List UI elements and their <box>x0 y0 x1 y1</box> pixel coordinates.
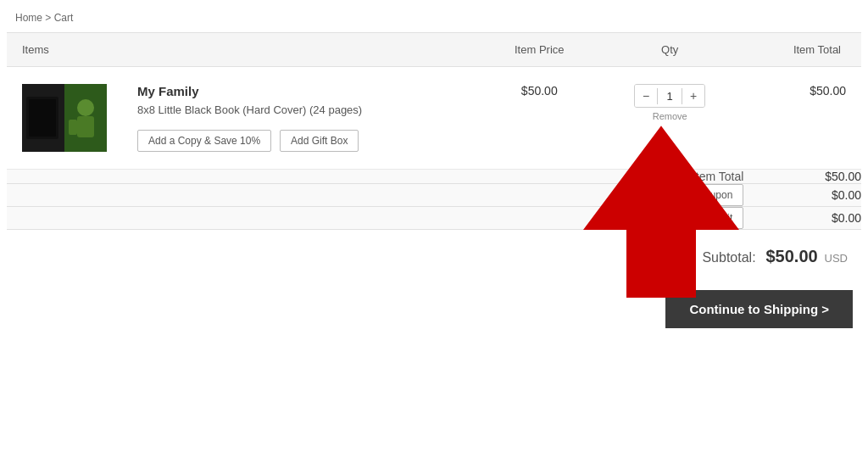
item-total-cell: $50.00 <box>743 67 861 170</box>
quantity-stepper: − 1 + <box>634 84 705 108</box>
item-price: $50.00 <box>521 84 558 98</box>
svg-rect-6 <box>86 120 94 135</box>
item-total: $50.00 <box>810 84 846 98</box>
item-price-cell: $50.00 <box>483 67 597 170</box>
item-details-cell: My Family 8x8 Little Black Book (Hard Co… <box>122 67 483 170</box>
breadcrumb-home[interactable]: Home <box>15 12 42 24</box>
remove-link[interactable]: Remove <box>611 111 728 121</box>
table-row: My Family 8x8 Little Black Book (Hard Co… <box>7 67 861 170</box>
breadcrumb: Home > Cart <box>0 0 868 32</box>
qty-increase-button[interactable]: + <box>682 85 704 107</box>
continue-to-shipping-button[interactable]: Continue to Shipping > <box>665 290 853 328</box>
subtotal-currency: USD <box>825 252 848 265</box>
item-description: 8x8 Little Black Book (Hard Cover) (24 p… <box>137 103 468 116</box>
breadcrumb-current: Cart <box>54 12 74 24</box>
item-image-cell <box>7 67 122 170</box>
continue-button-row: Continue to Shipping > <box>0 280 868 340</box>
store-credit-value: $0.00 <box>743 207 861 230</box>
qty-value: 1 <box>657 88 682 104</box>
col-header-items: Items <box>7 33 483 67</box>
add-copy-button[interactable]: Add a Copy & Save 10% <box>137 130 271 152</box>
add-gift-button[interactable]: Add Gift Box <box>280 130 359 152</box>
summary-coupon-row: Apply Coupon $0.00 <box>7 184 861 207</box>
breadcrumb-separator: > <box>45 12 53 24</box>
svg-point-3 <box>77 99 94 116</box>
subtotal-label: Subtotal: <box>702 250 755 265</box>
svg-rect-5 <box>69 120 77 135</box>
coupon-value: $0.00 <box>743 184 861 207</box>
item-total-label: Item Total <box>596 170 743 184</box>
subtotal-section: Subtotal: $50.00 USD <box>0 230 868 280</box>
apply-coupon-button[interactable]: Apply Coupon <box>658 184 743 206</box>
item-qty-cell: − 1 + Remove <box>596 67 743 170</box>
product-thumbnail <box>22 84 107 152</box>
col-header-price: Item Price <box>483 33 597 67</box>
subtotal-amount: $50.00 <box>765 247 817 265</box>
apply-store-credit-button[interactable]: Apply Store Credit <box>639 207 743 229</box>
item-name: My Family <box>137 84 468 98</box>
col-header-qty: Qty <box>596 33 743 67</box>
summary-store-credit-row: Apply Store Credit $0.00 <box>7 207 861 230</box>
col-header-total: Item Total <box>743 33 861 67</box>
qty-decrease-button[interactable]: − <box>635 85 657 107</box>
item-total-summary-value: $50.00 <box>743 170 861 184</box>
summary-item-total-row: Item Total $50.00 <box>7 170 861 184</box>
item-actions: Add a Copy & Save 10% Add Gift Box <box>137 130 468 152</box>
svg-rect-8 <box>29 99 56 137</box>
